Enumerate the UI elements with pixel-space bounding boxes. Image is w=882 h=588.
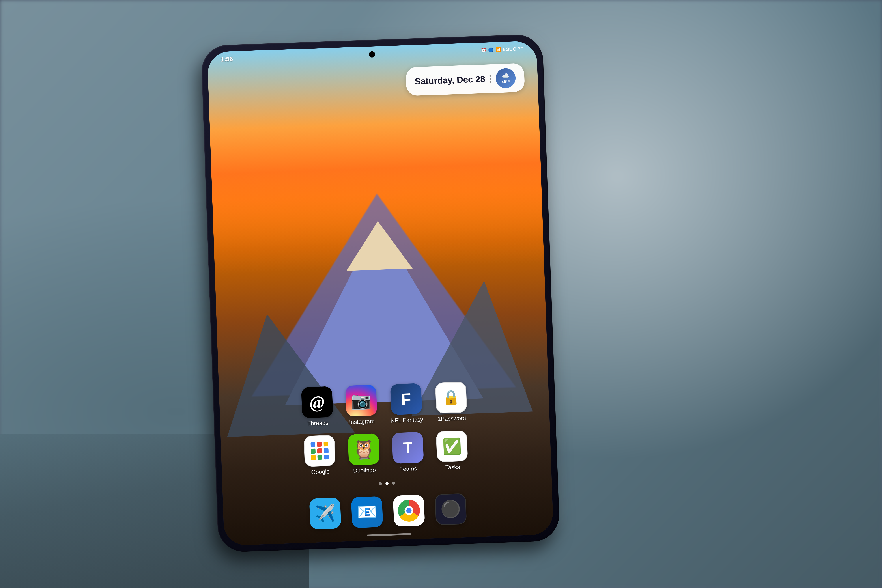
app-google[interactable]: Google: [304, 435, 336, 476]
nfl-label: NFL Fantasy: [390, 416, 423, 424]
status-time: 1:56: [220, 56, 233, 63]
phone-body: 1:56 ⏰ 🔵 📶 5GUC 70 Saturday, Dec 28: [201, 34, 560, 553]
teams-icon: T: [392, 432, 424, 464]
teams-symbol: T: [403, 439, 413, 457]
date-widget[interactable]: Saturday, Dec 28 ☁️ 49°F: [405, 63, 525, 96]
dock-outlook[interactable]: 📧: [351, 496, 383, 528]
threads-label: Threads: [307, 420, 328, 427]
1password-symbol: 🔒: [442, 389, 460, 406]
telegram-icon: ✈️: [309, 498, 341, 530]
weather-temp: 49°F: [501, 80, 510, 84]
app-threads[interactable]: @ Threads: [301, 386, 333, 427]
signal-icon: 📶: [495, 47, 501, 52]
g-dot-1: [310, 442, 315, 447]
status-icons: ⏰ 🔵 📶 5GUC 70: [481, 46, 524, 53]
dock-camera[interactable]: ⚫: [435, 493, 467, 525]
alarm-icon: ⏰: [481, 48, 487, 53]
g-dot-4: [310, 448, 315, 453]
bluetooth-icon: 🔵: [488, 47, 494, 53]
app-row-2: Google 🦉 Duolingo T Teams: [234, 428, 538, 478]
dock-telegram[interactable]: ✈️: [309, 498, 341, 530]
google-grid: [310, 442, 329, 460]
weather-icon: ☁️: [502, 72, 510, 80]
dot-2: [489, 78, 491, 80]
app-nfl[interactable]: F NFL Fantasy: [389, 383, 423, 424]
instagram-label: Instagram: [349, 418, 375, 426]
duolingo-icon: 🦉: [348, 434, 380, 465]
dot-3: [490, 81, 492, 82]
g-dot-6: [324, 448, 328, 453]
instagram-icon: 📷: [345, 385, 377, 417]
nfl-symbol: F: [400, 389, 411, 409]
tasks-symbol: ✅: [442, 437, 462, 456]
app-teams[interactable]: T Teams: [392, 432, 424, 473]
dock-chrome[interactable]: [393, 495, 425, 527]
scene: 1:56 ⏰ 🔵 📶 5GUC 70 Saturday, Dec 28: [0, 0, 882, 588]
dot-1: [489, 75, 491, 76]
1password-icon: 🔒: [435, 382, 467, 414]
mountain-snow: [345, 220, 412, 271]
duolingo-label: Duolingo: [353, 466, 376, 474]
page-dot-2[interactable]: [386, 482, 388, 485]
tasks-label: Tasks: [445, 464, 460, 471]
instagram-symbol: 📷: [351, 391, 372, 411]
camera-symbol: ⚫: [440, 499, 462, 519]
outlook-symbol: 📧: [356, 502, 378, 522]
teams-label: Teams: [400, 465, 417, 473]
dock: ✈️ 📧: [309, 493, 466, 530]
app-tasks[interactable]: ✅ Tasks: [436, 430, 468, 471]
weather-widget[interactable]: ☁️ 49°F: [495, 68, 516, 88]
app-instagram[interactable]: 📷 Instagram: [345, 385, 378, 426]
g-dot-8: [318, 455, 322, 460]
google-label: Google: [311, 468, 330, 476]
app-duolingo[interactable]: 🦉 Duolingo: [348, 434, 380, 474]
app-grid: @ Threads 📷 Instagram F: [219, 379, 552, 497]
chrome-inner: [404, 506, 413, 515]
google-icon: [304, 435, 336, 467]
chrome-icon: [393, 495, 425, 527]
app-1password[interactable]: 🔒 1Password: [435, 382, 467, 423]
1password-label: 1Password: [438, 415, 466, 422]
threads-symbol: @: [309, 392, 325, 412]
g-dot-2: [317, 442, 322, 447]
date-dots-menu[interactable]: [489, 75, 492, 82]
g-dot-3: [324, 442, 328, 447]
g-dot-7: [311, 455, 316, 460]
nfl-icon: F: [390, 383, 422, 415]
outlook-icon: 📧: [351, 496, 383, 528]
chrome-symbol: [398, 499, 420, 522]
threads-icon: @: [301, 386, 333, 418]
g-dot-9: [324, 454, 329, 459]
camera-icon: ⚫: [435, 493, 467, 525]
date-text: Saturday, Dec 28: [414, 74, 485, 86]
battery-text: 70: [518, 46, 524, 52]
telegram-symbol: ✈️: [314, 504, 336, 524]
page-dot-1[interactable]: [379, 482, 382, 485]
page-dot-3[interactable]: [392, 482, 395, 484]
duolingo-symbol: 🦉: [352, 438, 376, 461]
g-dot-5: [317, 448, 322, 453]
tasks-icon: ✅: [436, 430, 468, 462]
phone-screen: 1:56 ⏰ 🔵 📶 5GUC 70 Saturday, Dec 28: [207, 41, 554, 546]
signal-text: 5GUC: [503, 46, 516, 52]
